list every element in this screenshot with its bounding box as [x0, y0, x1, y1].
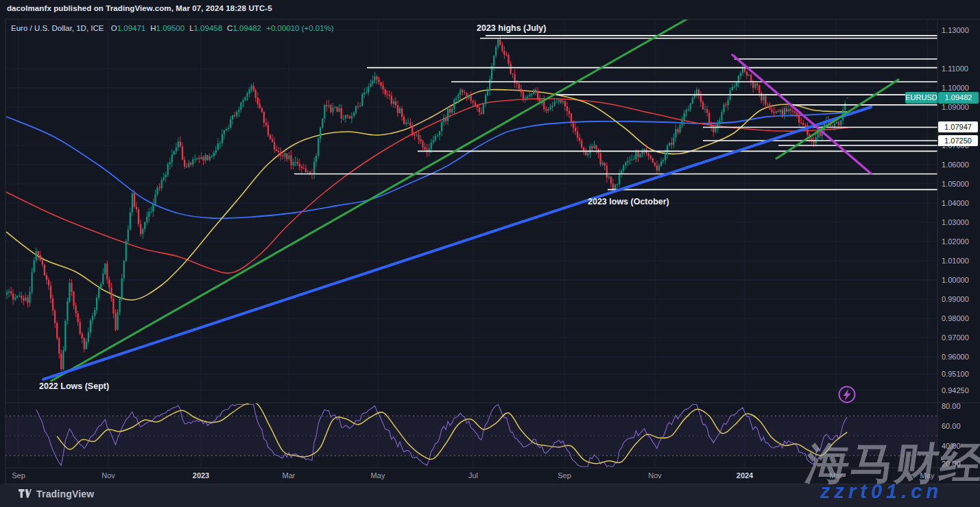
legend-ohlc: O1.09471H1.09500L1.09458C1.09482: [106, 24, 261, 32]
price-axis-label: 1.01000: [942, 257, 969, 265]
time-axis-label: 2023: [193, 471, 209, 480]
price-axis-label: 1.13000: [942, 26, 969, 34]
price-axis-label: 1.11000: [942, 64, 968, 73]
watermark-url: zzrt01.cn: [820, 480, 942, 503]
price-axis-label: 0.96000: [942, 353, 969, 361]
price-axis-label: 0.98000: [942, 314, 969, 322]
price-axis-label: 1.06000: [942, 161, 969, 169]
price-axis-label: 1.00000: [942, 276, 969, 284]
tradingview-wordmark: TradingView: [36, 488, 94, 499]
price-axis-label: 1.02000: [942, 237, 969, 246]
chart-annotation[interactable]: 2023 lows (October): [588, 197, 669, 207]
price-axis-label: 0.94250: [942, 386, 969, 394]
level-price-label: 1.07250: [938, 135, 978, 146]
price-axis-label: 0.95100: [942, 370, 969, 378]
legend-ohlc-item: C1.09482: [227, 24, 261, 32]
legend-ohlc-item: H1.09500: [150, 24, 184, 32]
chart-annotation[interactable]: 2023 highs (July): [477, 23, 546, 33]
time-axis-label: 2024: [737, 471, 753, 480]
price-axis-label: 0.97000: [942, 333, 969, 342]
symbol-legend[interactable]: Euro / U.S. Dollar, 1D, ICE O1.09471H1.0…: [11, 24, 334, 32]
price-axis-label: 0.99000: [942, 295, 969, 303]
time-axis-label: Mar: [283, 471, 296, 480]
price-axis-label: 1.10000: [942, 84, 969, 92]
legend-change: +0.00010 (+0.01%): [266, 24, 333, 32]
price-axis-label: 1.04000: [942, 199, 969, 207]
legend-ohlc-item: L1.09458: [189, 24, 222, 32]
symbol-price-badge: EURUSD: [905, 92, 937, 104]
tradingview-logo-icon: [19, 489, 32, 499]
time-axis-label: Sep: [558, 471, 571, 480]
indicator-axis-label: 60.00: [942, 422, 961, 430]
legend-ohlc-item: O1.09471: [111, 24, 146, 32]
level-price-label: 1.07947: [938, 121, 978, 132]
time-axis-label: Nov: [648, 471, 662, 480]
price-axis-label: 1.09000: [942, 103, 969, 111]
time-axis-label: Nov: [101, 471, 115, 480]
publish-line: dacolmanfx published on TradingView.com,…: [7, 4, 272, 12]
time-axis-label: May: [371, 471, 385, 480]
chart-canvas[interactable]: [0, 0, 980, 507]
price-axis-label: 1.03000: [942, 218, 969, 226]
time-axis-label: Sep: [12, 471, 25, 480]
indicator-axis-label: 80.00: [942, 402, 961, 410]
legend-title: Euro / U.S. Dollar, 1D, ICE: [11, 24, 104, 32]
boost-flash-icon[interactable]: [835, 383, 859, 406]
time-axis-label: Jul: [468, 471, 478, 480]
chart-annotation[interactable]: 2022 Lows (Sept): [39, 381, 109, 391]
tradingview-branding[interactable]: TradingView: [19, 488, 94, 499]
last-price-label: 1.09482: [938, 92, 979, 104]
tradingview-published-chart: { "header": { "publish_line": "dacolmanf…: [0, 0, 980, 507]
price-axis-label: 1.05000: [942, 180, 969, 188]
